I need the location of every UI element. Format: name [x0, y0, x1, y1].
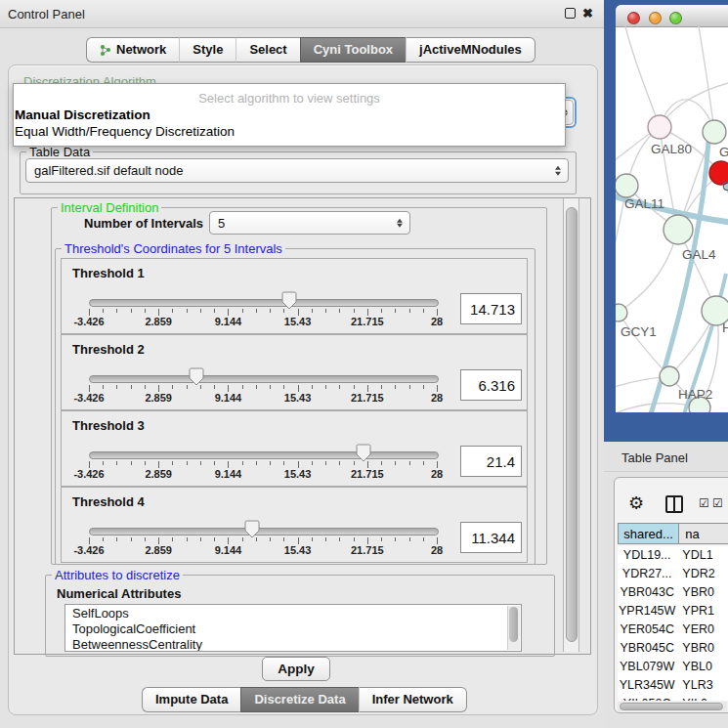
- network-edge[interactable]: [619, 313, 669, 376]
- table-row[interactable]: YBL079WYBL0: [618, 658, 728, 676]
- checkbox-icon[interactable]: ☑: [712, 496, 723, 510]
- table-row[interactable]: YBR045CYBR0: [618, 639, 728, 658]
- tick-mark: [103, 537, 104, 541]
- horizontal-scrollbar[interactable]: [618, 702, 727, 711]
- tab-discretize-data[interactable]: Discretize Data: [240, 687, 358, 712]
- table-row[interactable]: YLR345WYLR3: [618, 676, 728, 695]
- slider-thumb[interactable]: [356, 444, 371, 462]
- threshold-value-field[interactable]: 11.344: [460, 522, 522, 553]
- slider-track[interactable]: [89, 375, 439, 383]
- network-node[interactable]: [616, 174, 638, 197]
- tab-label: Style: [193, 38, 223, 62]
- zoom-traffic-light[interactable]: [669, 12, 682, 24]
- table-data-group-label: Table Data: [26, 145, 93, 159]
- tick-mark: [116, 461, 117, 465]
- tick-mark: [381, 309, 382, 313]
- numerical-attributes-list[interactable]: SelfLoopsTopologicalCoefficientBetweenne…: [64, 604, 522, 652]
- tab-style[interactable]: Style: [179, 37, 236, 63]
- tab-select[interactable]: Select: [236, 37, 299, 63]
- close-traffic-light[interactable]: [627, 12, 640, 24]
- vertical-scrollbar[interactable]: [563, 198, 579, 652]
- network-node[interactable]: [648, 115, 671, 139]
- tab-jactivemnodules[interactable]: jActiveMNodules: [406, 37, 535, 63]
- tick-label: 2.859: [129, 392, 188, 404]
- tab-network[interactable]: Network: [86, 37, 179, 63]
- tick-mark: [116, 309, 117, 313]
- checkbox-icon[interactable]: ☑: [699, 496, 709, 510]
- menu-item-manual-discretization[interactable]: Manual Discretization: [15, 107, 560, 122]
- tick-label: 15.43: [269, 544, 327, 556]
- tick-mark: [423, 309, 424, 313]
- split-columns-icon[interactable]: [665, 495, 683, 513]
- gear-icon[interactable]: ⚙: [628, 492, 644, 514]
- slider-thumb[interactable]: [281, 291, 297, 310]
- threshold-value-field[interactable]: 6.316: [460, 369, 522, 401]
- list-item[interactable]: SelfLoops: [65, 605, 521, 621]
- network-edge[interactable]: [625, 26, 660, 127]
- network-node[interactable]: [664, 215, 693, 244]
- threshold-value-field[interactable]: 14.713: [460, 293, 522, 324]
- hscrollbar-thumb[interactable]: [620, 703, 723, 710]
- tick-mark: [103, 309, 104, 313]
- table-row[interactable]: YDR27...YDR2: [618, 565, 728, 583]
- threshold-value-field[interactable]: 21.4: [460, 446, 522, 477]
- list-item[interactable]: TopologicalCoefficient: [65, 621, 521, 636]
- network-node[interactable]: [703, 120, 726, 144]
- slider-track[interactable]: [89, 528, 439, 535]
- list-scrollbar-thumb[interactable]: [509, 607, 518, 642]
- minimize-traffic-light[interactable]: [649, 12, 662, 24]
- table-row[interactable]: YIL052CYIL0: [618, 695, 728, 701]
- number-of-intervals-value: 5: [218, 216, 225, 231]
- table-row[interactable]: YPR145WYPR1: [618, 602, 728, 621]
- slider-thumb[interactable]: [189, 367, 204, 386]
- menu-item-equal-width-frequency[interactable]: Equal Width/Frequency Discretization: [15, 124, 560, 139]
- slider-track[interactable]: [89, 451, 439, 459]
- tick-mark: [103, 385, 104, 389]
- attributes-group-label: Attributes to discretize: [52, 568, 183, 582]
- network-window-titlebar[interactable]: [616, 5, 728, 27]
- tick-mark: [172, 537, 173, 541]
- float-window-icon[interactable]: [565, 8, 576, 19]
- scrollbar-thumb[interactable]: [566, 207, 578, 642]
- tick-mark: [354, 537, 355, 541]
- column-header-name[interactable]: na: [679, 523, 728, 544]
- threshold-label: Threshold 1: [72, 266, 145, 280]
- table-data-combobox[interactable]: galFiltered.sif default node: [25, 158, 569, 183]
- tick-mark: [187, 461, 188, 465]
- table-row[interactable]: YBR043CYBR0: [618, 583, 728, 602]
- cell-shared-name: YBR045C: [618, 639, 676, 658]
- tab-label: Cyni Toolbox: [314, 38, 393, 62]
- column-header-shared[interactable]: shared...: [618, 523, 679, 544]
- tick-label: 21.715: [338, 392, 397, 404]
- tab-infer-network[interactable]: Infer Network: [359, 687, 467, 712]
- tab-cyni-toolbox[interactable]: Cyni Toolbox: [300, 37, 406, 63]
- network-node[interactable]: [616, 304, 627, 321]
- tick-mark: [437, 537, 438, 544]
- slider-thumb[interactable]: [244, 520, 260, 538]
- tick-label: 2.859: [129, 544, 188, 556]
- node-table: ⚙ ☑ ☑ shared... na YDL19...YDL1YDR27...Y…: [614, 477, 728, 713]
- number-of-intervals-combobox[interactable]: 5: [209, 211, 410, 235]
- network-canvas[interactable]: GAL80GAGAL11CGAL4GCY1HHAP2: [616, 26, 728, 412]
- tick-mark: [325, 537, 326, 541]
- tab-impute-data[interactable]: Impute Data: [142, 687, 240, 712]
- list-item[interactable]: BetweennessCentrality: [65, 636, 521, 652]
- cell-shared-name: YBR043C: [618, 583, 676, 602]
- panel-title: Control Panel: [8, 7, 85, 21]
- slider-track[interactable]: [89, 299, 439, 307]
- tick-mark: [242, 385, 243, 389]
- apply-button[interactable]: Apply: [262, 657, 330, 681]
- tick-mark: [437, 309, 438, 316]
- list-scrollbar[interactable]: [507, 606, 520, 650]
- table-row[interactable]: YER054CYER0: [618, 621, 728, 639]
- tick-label: 28: [407, 468, 466, 480]
- tick-mark: [395, 309, 396, 313]
- network-node[interactable]: [660, 366, 679, 386]
- close-icon[interactable]: ✖: [582, 8, 594, 20]
- tick-mark: [423, 385, 424, 389]
- table-row[interactable]: YDL19...YDL1: [618, 546, 728, 565]
- control-panel-titlebar: Control Panel ✖: [0, 0, 604, 28]
- network-edge[interactable]: [699, 26, 714, 132]
- tick-mark: [89, 461, 90, 468]
- tick-mark: [145, 461, 146, 465]
